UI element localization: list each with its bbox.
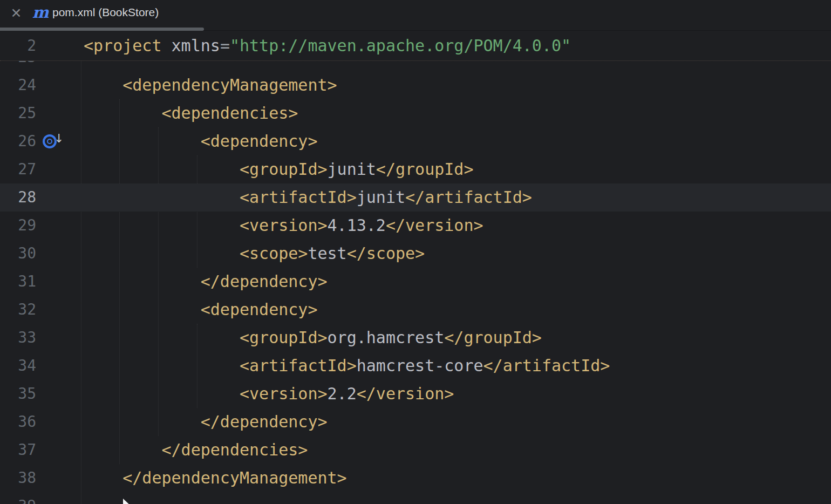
line-number[interactable]: 34 [0,352,36,380]
down-arrow-icon: ↓ [54,132,64,145]
code-line-28[interactable]: 28 <artifactId>junit</artifactId> [0,183,831,212]
code-line-text: <dependencyManagement> [84,71,337,99]
code-line-text: </dependency> [84,268,328,296]
code-token-tag: <groupId> [84,328,328,347]
close-tab-icon[interactable]: ✕ [9,2,23,24]
code-token-text: test [308,244,346,263]
code-token-tag: <scope> [84,244,308,263]
code-token-tag: <version> [84,216,328,235]
code-token-tag: </artifactId> [405,188,532,207]
code-token-tag: <project [84,36,172,55]
code-token-text: hamcrest-core [357,356,483,375]
code-lines: 2324 <dependencyManagement>25 <dependenc… [0,31,831,504]
code-line-37[interactable]: 37 </dependencies> [0,436,831,464]
code-line-32[interactable]: 32 <dependency> [0,296,831,324]
code-line-31[interactable]: 31 </dependency> [0,268,831,296]
code-token-text: 4.13.2 [328,216,386,235]
code-line-29[interactable]: 29 <version>4.13.2</version> [0,212,831,240]
icon-inner-ring [47,139,52,144]
code-token-attr: xmlns [172,36,220,55]
code-line-24[interactable]: 24 <dependencyManagement> [0,71,831,99]
code-token-text: junit [357,188,405,207]
code-line-text: <artifactId>hamcrest-core</artifactId> [84,352,610,380]
line-number[interactable]: 27 [0,155,36,183]
code-token-tag: <dependencies> [84,104,298,122]
code-token-tag: </scope> [347,244,425,263]
code-line-38[interactable]: 38 </dependencyManagement> [0,464,831,492]
code-line-text: <version>2.2</version> [84,380,454,408]
code-line-text: </dependency> [84,408,328,436]
code-line-text: <groupId>junit</groupId> [84,155,473,183]
code-line-text: <dependencies> [84,99,298,127]
code-editor[interactable]: 2324 <dependencyManagement>25 <dependenc… [0,31,831,504]
code-token-tag: </dependency> [84,272,328,291]
code-line-35[interactable]: 35 <version>2.2</version> [0,380,831,408]
tab-title: pom.xml (BookStore) [52,0,159,25]
code-token-tag: </dependencyManagement> [84,468,347,487]
code-token-text: junit [328,160,376,179]
line-number[interactable]: 36 [0,408,36,436]
code-token-tag: </version> [386,216,483,235]
ide-window: ✕ m pom.xml (BookStore) 2324 <dependency… [0,0,831,504]
code-token-tag: </groupId> [444,328,542,347]
code-line-text: <version>4.13.2</version> [84,212,483,240]
line-number[interactable]: 29 [0,212,36,240]
code-token-tag: </dependencies> [84,440,308,459]
code-token-tag: <dependencyManagement> [84,76,337,94]
code-token-tag: </artifactId> [483,356,610,375]
line-number[interactable]: 38 [0,464,36,492]
code-line-text: <dependency> [84,296,317,324]
code-token-tag: <groupId> [84,160,328,179]
code-line-text: </dependencies> [84,436,308,464]
code-line-30[interactable]: 30 <scope>test</scope> [0,240,831,268]
line-number[interactable]: 35 [0,380,36,408]
code-token-tag: </groupId> [376,160,474,179]
line-number[interactable]: 28 [0,183,36,212]
code-line-text: <dependency> [84,127,317,155]
tab-pom-xml[interactable]: ✕ m pom.xml (BookStore) [0,0,204,31]
code-token-tag: <artifactId> [84,188,357,207]
line-number[interactable]: 26 [0,127,36,155]
code-line-27[interactable]: 27 <groupId>junit</groupId> [0,155,831,183]
code-token-text: org.hamcrest [328,328,445,347]
code-line-text: <artifactId>junit</artifactId> [84,183,532,212]
line-number[interactable]: 33 [0,324,36,352]
code-token-tag: <artifactId> [84,356,357,375]
code-token-op: = [220,36,230,55]
code-token-tag: </dependency> [84,412,328,431]
editor-tab-bar: ✕ m pom.xml (BookStore) [0,0,831,31]
code-token-tag: <version> [84,384,328,403]
line-number[interactable]: 39 [0,492,36,504]
line-number[interactable]: 24 [0,71,36,99]
code-line-text: <scope>test</scope> [84,240,425,268]
code-token-text: 2.2 [328,384,357,403]
sticky-pinned-line[interactable]: 2 <project xmlns="http://maven.apache.or… [0,31,831,61]
code-line-25[interactable]: 25 <dependencies> [0,99,831,127]
code-line-text: </dependencyManagement> [84,464,347,492]
code-line-26[interactable]: 26↓ <dependency> [0,127,831,155]
code-line-36[interactable]: 36 </dependency> [0,408,831,436]
code-token-string: "http://maven.apache.org/POM/4.0.0" [230,36,571,55]
line-number[interactable]: 31 [0,268,36,296]
line-number[interactable]: 37 [0,436,36,464]
line-number[interactable]: 30 [0,240,36,268]
code-line-34[interactable]: 34 <artifactId>hamcrest-core</artifactId… [0,352,831,380]
line-number: 2 [0,31,36,60]
code-line-33[interactable]: 33 <groupId>org.hamcrest</groupId> [0,324,831,352]
line-number[interactable]: 32 [0,296,36,324]
code-token-tag: </version> [357,384,454,403]
code-token-tag: <dependency> [84,300,317,319]
code-line-text: <groupId>org.hamcrest</groupId> [84,324,542,352]
code-line-text: <project xmlns="http://maven.apache.org/… [84,31,571,60]
maven-icon: m [32,1,49,24]
code-token-tag: <dependency> [84,132,317,151]
line-number[interactable]: 25 [0,99,36,127]
